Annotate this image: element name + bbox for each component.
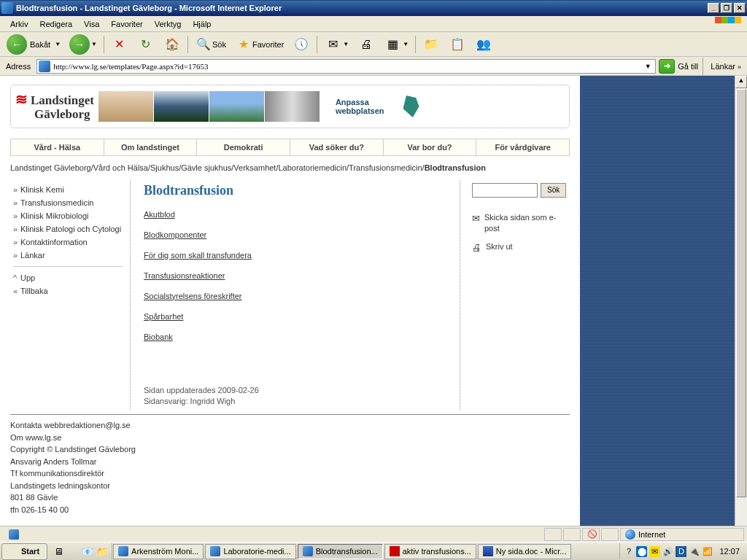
- site-logo[interactable]: ≋Landstinget Gävleborg: [15, 91, 94, 121]
- footer-copyright: Copyright © Landstinget Gävleborg: [10, 443, 570, 456]
- tray-icon[interactable]: ⬤: [636, 546, 647, 557]
- tab-om-landstinget[interactable]: Om landstinget: [104, 139, 198, 155]
- vertical-scrollbar[interactable]: ▲ ▼: [735, 76, 747, 539]
- breadcrumb-path[interactable]: Landstinget Gävleborg/Vård och Hälsa/Sju…: [10, 163, 425, 172]
- task-arkenstrom[interactable]: Arkenström Moni...: [113, 544, 204, 559]
- clock[interactable]: 12:07: [715, 547, 744, 556]
- minimize-button[interactable]: _: [708, 3, 719, 13]
- menu-favoriter[interactable]: Favoriter: [105, 18, 148, 30]
- ql-explorer[interactable]: 📁: [96, 545, 109, 558]
- forward-arrow-icon: →: [69, 34, 90, 55]
- footer-phone: tfn 026-15 40 00: [10, 504, 570, 516]
- clipboard-icon: 📋: [449, 36, 466, 53]
- link-socialstyrelsen[interactable]: Socialstyrelsens föreskrifter: [144, 292, 242, 300]
- forward-button[interactable]: → ▼: [66, 32, 101, 57]
- url-field[interactable]: ▼: [36, 59, 656, 74]
- edit-button[interactable]: ▦▼: [380, 34, 412, 55]
- footer-mail-link[interactable]: webbredaktionen@lg.se: [44, 421, 130, 429]
- site-search-input[interactable]: [472, 183, 538, 198]
- ql-desktop[interactable]: 🖥: [52, 545, 65, 558]
- stop-button[interactable]: ✕: [107, 34, 132, 55]
- ql-outlook[interactable]: 📧: [81, 545, 94, 558]
- start-button[interactable]: Start: [1, 543, 47, 560]
- region-map-icon: [403, 96, 419, 117]
- menu-redigera[interactable]: Redigera: [34, 18, 78, 30]
- print-button[interactable]: 🖨: [354, 34, 379, 55]
- folder-button[interactable]: 📁: [419, 34, 444, 55]
- sidebar-item-transfusionsmedicin[interactable]: Transfusionsmedicin: [13, 196, 123, 209]
- ie-icon: [210, 546, 220, 556]
- tray-icon[interactable]: 🔊: [662, 546, 673, 557]
- task-laboratorie[interactable]: Laboratorie-medi...: [205, 544, 295, 559]
- tab-demokrati[interactable]: Demokrati: [197, 139, 290, 155]
- back-arrow-icon: ←: [7, 34, 27, 55]
- print-page-link[interactable]: 🖨 Skriv ut: [472, 241, 564, 254]
- go-button[interactable]: ➜: [659, 59, 675, 74]
- tray-icon[interactable]: ?: [623, 546, 634, 557]
- refresh-icon: ↻: [137, 36, 155, 53]
- tab-vardgivare[interactable]: För vårdgivare: [476, 139, 569, 155]
- sidebar-item-klinisk-mikrobiologi[interactable]: Klinisk Mikrobiologi: [13, 209, 123, 222]
- send-page-link[interactable]: ✉ Skicka sidan som e-post: [472, 212, 564, 235]
- sidebar-item-klinisk-kemi[interactable]: Klinisk Kemi: [13, 183, 123, 196]
- back-button[interactable]: ← Bakåt ▼: [3, 32, 64, 57]
- menu-hjalp[interactable]: Hjälp: [187, 18, 217, 30]
- scroll-thumb[interactable]: [736, 89, 746, 497]
- page-title: Blodtransfusion: [144, 183, 446, 198]
- addressbar: Adress ▼ ➜ Gå till Länkar »: [0, 57, 747, 76]
- link-transfundera[interactable]: För dig som skall transfundera: [144, 251, 252, 260]
- search-button[interactable]: 🔍Sök: [191, 34, 230, 55]
- status-popup-blocked[interactable]: 🚫: [582, 528, 600, 541]
- menu-visa[interactable]: Visa: [78, 18, 105, 30]
- tab-var-bor[interactable]: Var bor du?: [384, 139, 477, 155]
- word-icon: [483, 546, 493, 556]
- sidebar-item-kontaktinformation[interactable]: Kontaktinformation: [13, 236, 123, 249]
- mail-button[interactable]: ✉▼: [320, 34, 352, 55]
- links-button[interactable]: Länkar »: [708, 62, 744, 71]
- link-sparbarhet[interactable]: Spårbarhet: [144, 312, 183, 321]
- address-label: Adress: [3, 62, 34, 71]
- link-akutblod[interactable]: Akutblod: [144, 210, 175, 219]
- history-button[interactable]: 🕔: [289, 34, 314, 55]
- menu-verktyg[interactable]: Verktyg: [149, 18, 187, 30]
- messenger-button[interactable]: 👥: [471, 34, 496, 55]
- task-blodtransfusion[interactable]: Blodtransfusion...: [298, 544, 383, 559]
- window-titlebar: Blodtransfusion - Landstinget Gävleborg …: [0, 0, 747, 16]
- page-icon: [39, 61, 50, 72]
- sidebar-item-lankar[interactable]: Länkar: [13, 249, 123, 262]
- tab-vad-soker[interactable]: Vad söker du?: [290, 139, 384, 155]
- url-input[interactable]: [53, 62, 642, 71]
- scroll-up-button[interactable]: ▲: [735, 76, 747, 88]
- tab-vard-halsa[interactable]: Vård - Hälsa: [11, 139, 104, 155]
- tray-icon[interactable]: ✉: [649, 546, 660, 557]
- status-segment: [544, 528, 562, 541]
- task-ny-sida[interactable]: Ny sida.doc - Micr...: [478, 544, 572, 559]
- main-content: Blodtransfusion Akutblod Blodkomponenter…: [131, 180, 460, 411]
- home-icon: 🏠: [163, 36, 181, 53]
- link-transfusionsreaktioner[interactable]: Transfusionsreaktioner: [144, 271, 225, 280]
- task-aktiv-transfusions[interactable]: aktiv transfusions...: [384, 544, 476, 559]
- tray-icon[interactable]: 📶: [702, 546, 713, 557]
- url-dropdown[interactable]: ▼: [642, 63, 654, 70]
- nav-up[interactable]: Upp: [13, 271, 123, 284]
- menu-arkiv[interactable]: Arkiv: [4, 18, 34, 30]
- maximize-button[interactable]: ❐: [721, 3, 732, 13]
- scroll-track[interactable]: [735, 88, 747, 526]
- link-biobank[interactable]: Biobank: [144, 332, 173, 341]
- clipboard-button[interactable]: 📋: [445, 34, 470, 55]
- nav-back[interactable]: Tillbaka: [13, 284, 123, 298]
- menubar: Arkiv Redigera Visa Favoriter Verktyg Hj…: [0, 16, 747, 32]
- home-button[interactable]: 🏠: [160, 34, 185, 55]
- sidebar-item-klinisk-patologi[interactable]: Klinisk Patologi och Cytologi: [13, 222, 123, 236]
- left-navigation: Klinisk Kemi Transfusionsmedicin Klinisk…: [10, 180, 131, 411]
- link-blodkomponenter[interactable]: Blodkomponenter: [144, 230, 206, 239]
- footer-about-link[interactable]: Om www.lg.se: [10, 433, 61, 442]
- refresh-button[interactable]: ↻: [133, 34, 158, 55]
- customize-link[interactable]: Anpassawebbplatsen: [336, 98, 384, 115]
- site-search-button[interactable]: Sök: [541, 183, 566, 198]
- close-button[interactable]: ✕: [734, 3, 746, 13]
- tray-icon[interactable]: 🔌: [689, 546, 700, 557]
- tray-icon[interactable]: D: [676, 546, 686, 557]
- ql-ie[interactable]: [66, 545, 80, 558]
- favorites-button[interactable]: ★Favoriter: [231, 34, 287, 55]
